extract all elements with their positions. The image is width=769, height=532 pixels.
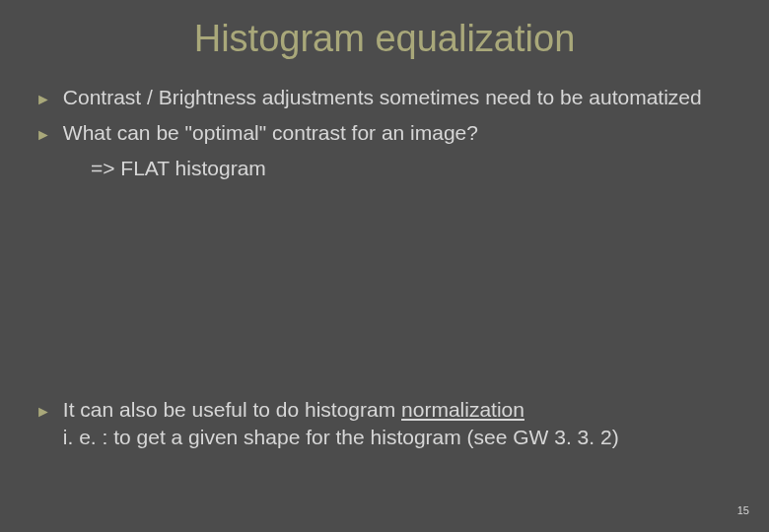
bullet-3-line2: i. e. : to get a given shape for the his… xyxy=(63,426,619,448)
bullet-2-subtext: => FLAT histogram xyxy=(35,155,734,182)
triangle-bullet-icon: ► xyxy=(35,121,51,149)
content-area: ► Contrast / Brightness adjustments some… xyxy=(0,84,769,182)
bullet-3-pre: It can also be useful to do histogram xyxy=(63,398,401,421)
triangle-bullet-icon: ► xyxy=(35,86,51,113)
bullet-text-3: It can also be useful to do histogram no… xyxy=(63,396,619,452)
bullet-text-1: Contrast / Brightness adjustments someti… xyxy=(63,84,702,111)
slide: Histogram equalization ► Contrast / Brig… xyxy=(0,0,769,532)
bullet-3-underline: normalization xyxy=(401,398,524,421)
bullet-item-1: ► Contrast / Brightness adjustments some… xyxy=(35,84,734,113)
bullet-item-3: ► It can also be useful to do histogram … xyxy=(35,396,734,452)
slide-title: Histogram equalization xyxy=(0,0,769,84)
bullet-item-2: ► What can be "optimal" contrast for an … xyxy=(35,119,734,149)
bullet-text-2: What can be "optimal" contrast for an im… xyxy=(63,119,478,147)
triangle-bullet-icon: ► xyxy=(35,398,51,426)
page-number: 15 xyxy=(737,504,749,516)
bottom-bullet-block: ► It can also be useful to do histogram … xyxy=(35,396,734,458)
